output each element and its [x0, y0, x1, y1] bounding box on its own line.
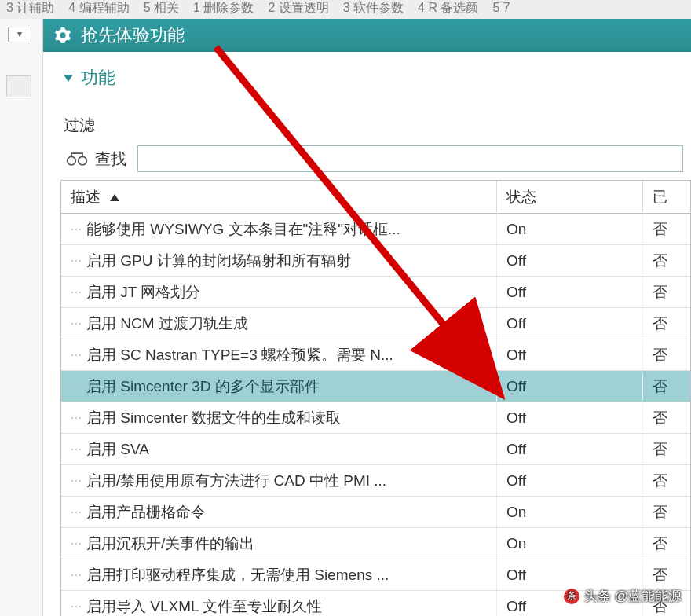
- cell-state[interactable]: Off: [497, 248, 643, 274]
- cell-col3: 否: [643, 403, 690, 433]
- cell-col3: 否: [643, 497, 690, 527]
- cell-col3: 否: [643, 246, 690, 276]
- top-menu-item[interactable]: 5 7: [492, 1, 510, 14]
- cell-state[interactable]: Off: [497, 373, 643, 400]
- top-menu-item[interactable]: 1 删除参数: [193, 1, 254, 14]
- table-row[interactable]: ⋯启用 SVAOff否: [61, 434, 690, 465]
- cell-description: ⋯启用 JT 网格划分: [61, 277, 497, 307]
- cell-description: ⋯启用 NCM 过渡刀轨生成: [61, 309, 497, 339]
- top-menu-item[interactable]: 4 R 备选颜: [418, 1, 478, 14]
- cell-description: ⋯启用 Simcenter 数据文件的生成和读取: [61, 403, 497, 433]
- cell-description-text: 启用 Simcenter 3D 的多个显示部件: [86, 376, 320, 397]
- top-menu-strip: 3 计辅助4 编程辅助5 相关1 删除参数2 设置透明3 软件参数4 R 备选颜…: [0, 0, 691, 19]
- cell-col3: 否: [643, 340, 690, 370]
- cell-col3: 否: [643, 560, 690, 590]
- svg-point-1: [79, 156, 87, 165]
- tree-indent-icon: ⋯: [71, 506, 86, 519]
- table-row[interactable]: ⋯启用 Simcenter 数据文件的生成和读取Off否: [61, 402, 690, 434]
- table-row[interactable]: ⋯启用/禁用使用原有方法进行 CAD 中性 PMI ...Off否: [61, 465, 690, 497]
- tree-indent-icon: ⋯: [71, 223, 86, 236]
- gear-icon: [53, 25, 73, 46]
- cell-description: ⋯启用导入 VLXML 文件至专业耐久性: [61, 592, 497, 617]
- left-glyph-icon: [6, 75, 31, 97]
- cell-state[interactable]: Off: [497, 562, 643, 588]
- col-description[interactable]: 描述: [61, 181, 497, 214]
- tree-indent-icon: ⋯: [71, 255, 86, 267]
- tree-indent-icon: ⋯: [71, 317, 86, 330]
- cell-description-text: 启用产品栅格命令: [86, 502, 206, 522]
- table-row[interactable]: ⋯启用沉积开/关事件的输出On否: [61, 528, 690, 559]
- tree-indent-icon: ⋯: [71, 349, 86, 361]
- cell-description-text: 启用导入 VLXML 文件至专业耐久性: [86, 596, 322, 617]
- grid-header: 描述 状态 已: [61, 181, 690, 214]
- col-state[interactable]: 状态: [497, 181, 643, 214]
- table-row[interactable]: ⋯启用 GPU 计算的封闭场辐射和所有辐射Off否: [61, 245, 690, 277]
- cell-description-text: 启用 Simcenter 数据文件的生成和读取: [86, 408, 341, 428]
- cell-state[interactable]: Off: [497, 279, 643, 306]
- cell-state[interactable]: On: [497, 530, 643, 557]
- table-row[interactable]: ⋯启用 JT 网格划分Off否: [61, 277, 690, 308]
- tree-indent-icon: ⋯: [71, 569, 86, 581]
- panel-title: 抢先体验功能: [81, 24, 185, 47]
- cell-description-text: 启用 NCM 过渡刀轨生成: [86, 314, 248, 334]
- top-menu-item[interactable]: 3 软件参数: [343, 1, 404, 14]
- cell-description: ⋯启用打印驱动程序集成，无需使用 Siemens ...: [61, 560, 497, 590]
- cell-col3: 否: [643, 372, 690, 402]
- search-input[interactable]: [137, 145, 683, 172]
- top-menu-item[interactable]: 2 设置透明: [268, 1, 328, 14]
- tree-indent-icon: ⋯: [71, 443, 86, 456]
- cell-description: ⋯能够使用 WYSIWYG 文本条目在"注释"对话框...: [61, 214, 497, 244]
- cell-description: ⋯启用 SVA: [61, 434, 497, 464]
- cell-description: ⋯启用 Simcenter 3D 的多个显示部件: [61, 372, 497, 402]
- filter-label: 过滤: [43, 94, 691, 141]
- cell-description-text: 启用 SVA: [86, 439, 149, 460]
- svg-point-0: [68, 156, 76, 165]
- cell-state[interactable]: On: [497, 499, 643, 526]
- cell-col3: 否: [643, 466, 690, 496]
- table-row[interactable]: ⋯启用 NCM 过渡刀轨生成Off否: [61, 308, 690, 339]
- cell-state[interactable]: Off: [497, 468, 643, 494]
- left-dropdown[interactable]: [8, 27, 31, 42]
- cell-col3: 否: [643, 277, 690, 307]
- cell-description: ⋯启用 GPU 计算的封闭场辐射和所有辐射: [61, 246, 497, 276]
- tree-indent-icon: ⋯: [71, 537, 86, 550]
- table-row[interactable]: ⋯启用 Simcenter 3D 的多个显示部件Off否: [61, 371, 690, 402]
- tree-indent-icon: ⋯: [71, 475, 86, 487]
- top-menu-item[interactable]: 3 计辅助: [6, 1, 54, 14]
- cell-col3: 否: [643, 309, 690, 339]
- section-label: 功能: [81, 66, 115, 90]
- watermark-logo-icon: 条: [564, 588, 579, 604]
- search-label: 查找: [95, 148, 126, 170]
- cell-state[interactable]: Off: [497, 342, 643, 368]
- cell-description: ⋯启用沉积开/关事件的输出: [61, 529, 497, 559]
- top-menu-item[interactable]: 5 相关: [144, 1, 179, 14]
- collapse-triangle-icon: [64, 75, 73, 82]
- cell-state[interactable]: Off: [497, 310, 643, 337]
- feature-grid: 描述 状态 已 ⋯能够使用 WYSIWYG 文本条目在"注释"对话框...On否…: [60, 180, 691, 616]
- col-3[interactable]: 已: [643, 181, 690, 214]
- cell-description: ⋯启用 SC Nastran TYPE=3 螺栓预紧。需要 N...: [61, 340, 497, 370]
- tree-indent-icon: ⋯: [71, 600, 86, 613]
- cell-description-text: 启用/禁用使用原有方法进行 CAD 中性 PMI ...: [86, 471, 386, 491]
- watermark: 条 头条 @蓝能能源: [564, 587, 682, 605]
- top-menu-item[interactable]: 4 编程辅助: [68, 1, 129, 14]
- cell-description-text: 启用 GPU 计算的封闭场辐射和所有辐射: [86, 251, 351, 271]
- cell-state[interactable]: Off: [497, 405, 643, 431]
- tree-indent-icon: ⋯: [71, 380, 86, 393]
- cell-state[interactable]: Off: [497, 436, 643, 463]
- table-row[interactable]: ⋯启用产品栅格命令On否: [61, 497, 690, 528]
- cell-description: ⋯启用产品栅格命令: [61, 497, 497, 527]
- cell-description-text: 启用沉积开/关事件的输出: [86, 534, 254, 554]
- cell-description-text: 启用 JT 网格划分: [86, 282, 200, 302]
- left-rail: [0, 19, 43, 616]
- cell-description-text: 启用打印驱动程序集成，无需使用 Siemens ...: [86, 565, 389, 585]
- table-row[interactable]: ⋯启用打印驱动程序集成，无需使用 Siemens ...Off否: [61, 559, 690, 591]
- section-header[interactable]: 功能: [43, 52, 691, 94]
- table-row[interactable]: ⋯能够使用 WYSIWYG 文本条目在"注释"对话框...On否: [61, 214, 690, 245]
- cell-col3: 否: [643, 529, 690, 559]
- cell-state[interactable]: On: [497, 216, 643, 243]
- sort-ascending-icon: [110, 194, 119, 201]
- table-row[interactable]: ⋯启用 SC Nastran TYPE=3 螺栓预紧。需要 N...Off否: [61, 339, 690, 371]
- binoculars-icon: [64, 148, 90, 170]
- panel-title-bar: 抢先体验功能: [43, 19, 691, 52]
